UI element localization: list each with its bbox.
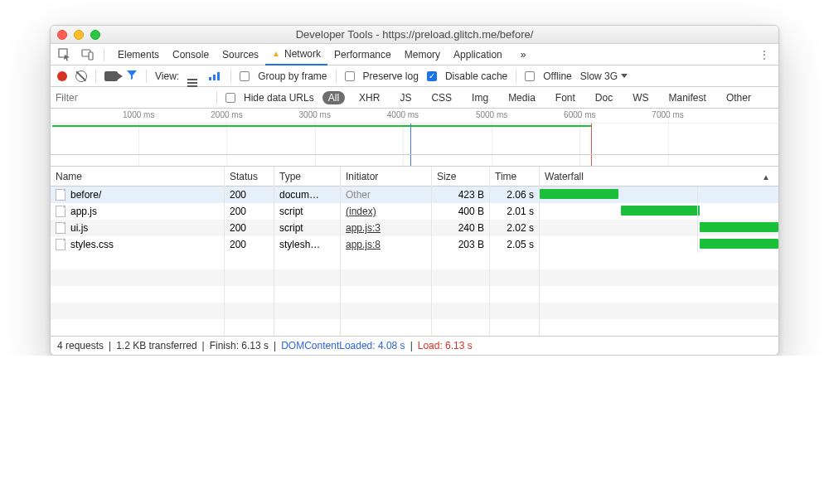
clear-button[interactable] bbox=[75, 70, 87, 82]
file-icon bbox=[56, 239, 65, 250]
status-requests: 4 requests bbox=[57, 340, 104, 351]
col-header-status[interactable]: Status bbox=[225, 167, 274, 187]
titlebar: Developer Tools - https://preload.glitch… bbox=[51, 26, 778, 44]
disable-cache-label: Disable cache bbox=[445, 70, 507, 82]
request-type: script bbox=[274, 220, 341, 236]
devtools-window: Developer Tools - https://preload.glitch… bbox=[50, 25, 779, 356]
tab-performance[interactable]: Performance bbox=[327, 44, 398, 65]
col-header-type[interactable]: Type bbox=[274, 167, 341, 187]
file-icon bbox=[56, 206, 65, 217]
separator bbox=[336, 70, 337, 83]
tab-sources[interactable]: Sources bbox=[216, 44, 265, 65]
request-time: 2.06 s bbox=[490, 187, 540, 203]
col-header-size[interactable]: Size bbox=[432, 167, 490, 187]
request-time: 2.01 s bbox=[490, 203, 540, 220]
filter-type-manifest[interactable]: Manifest bbox=[663, 91, 712, 104]
filter-type-js[interactable]: JS bbox=[394, 91, 417, 104]
table-row[interactable]: styles.css200stylesh…app.js:8203 B2.05 s bbox=[51, 236, 778, 253]
tab-elements[interactable]: Elements bbox=[111, 44, 166, 65]
sort-ascending-icon: ▲ bbox=[762, 172, 770, 182]
filter-type-other[interactable]: Other bbox=[720, 91, 757, 104]
separator bbox=[516, 70, 516, 83]
filter-type-media[interactable]: Media bbox=[502, 91, 541, 104]
tab-label: Memory bbox=[405, 49, 440, 61]
requests-table: NameStatusTypeInitiatorSizeTimeWaterfall… bbox=[51, 167, 778, 337]
preserve-log-checkbox[interactable] bbox=[345, 71, 355, 81]
filter-type-doc[interactable]: Doc bbox=[589, 91, 618, 104]
filter-type-all[interactable]: All bbox=[322, 91, 345, 104]
group-by-frame-checkbox[interactable] bbox=[240, 71, 250, 81]
request-status: 200 bbox=[225, 203, 274, 220]
request-name: app.js bbox=[70, 206, 97, 217]
request-initiator: Other bbox=[346, 189, 371, 201]
screenshot-capture-icon[interactable] bbox=[104, 71, 118, 81]
request-time: 2.05 s bbox=[490, 236, 540, 253]
request-size: 400 B bbox=[432, 203, 490, 220]
request-type: stylesh… bbox=[274, 236, 341, 253]
col-header-time[interactable]: Time bbox=[490, 167, 540, 187]
tab-label: Network bbox=[284, 48, 321, 60]
filter-type-xhr[interactable]: XHR bbox=[353, 91, 385, 104]
filter-toggle-icon[interactable] bbox=[126, 69, 138, 83]
tab-memory[interactable]: Memory bbox=[398, 44, 447, 65]
disable-cache-checkbox[interactable]: ✓ bbox=[427, 71, 437, 81]
request-type: docum… bbox=[274, 187, 341, 203]
filter-type-font[interactable]: Font bbox=[550, 91, 581, 104]
request-name: ui.js bbox=[70, 222, 88, 234]
timeline-tick: 6000 ms bbox=[564, 110, 595, 119]
throttling-select[interactable]: Slow 3G bbox=[580, 70, 628, 82]
svg-rect-2 bbox=[89, 52, 93, 60]
request-initiator[interactable]: (index) bbox=[346, 206, 376, 217]
col-header-initiator[interactable]: Initiator bbox=[341, 167, 432, 187]
device-toggle-icon[interactable] bbox=[79, 46, 97, 64]
filter-type-ws[interactable]: WS bbox=[627, 91, 654, 104]
hide-data-urls-checkbox[interactable] bbox=[225, 93, 235, 103]
request-waterfall bbox=[540, 236, 778, 253]
timeline-overview[interactable]: 1000 ms2000 ms3000 ms4000 ms5000 ms6000 … bbox=[51, 109, 778, 167]
table-empty-area bbox=[51, 253, 778, 336]
offline-checkbox[interactable] bbox=[525, 71, 535, 81]
tab-label: Sources bbox=[222, 49, 259, 61]
filter-type-css[interactable]: CSS bbox=[425, 91, 458, 104]
separator bbox=[146, 70, 147, 83]
col-header-name[interactable]: Name bbox=[51, 167, 225, 187]
request-status: 200 bbox=[225, 220, 274, 236]
file-icon bbox=[56, 189, 65, 201]
network-toolbar: View: Group by frame Preserve log ✓ Disa… bbox=[51, 65, 778, 87]
request-time: 2.02 s bbox=[490, 220, 540, 236]
record-button[interactable] bbox=[57, 71, 67, 81]
tab-console[interactable]: Console bbox=[166, 44, 216, 65]
kebab-menu-icon[interactable]: ⋮ bbox=[755, 46, 773, 64]
tab-label: Application bbox=[453, 49, 502, 61]
request-initiator[interactable]: app.js:8 bbox=[346, 239, 381, 250]
offline-label: Offline bbox=[543, 70, 571, 82]
view-label: View: bbox=[155, 70, 179, 82]
preserve-log-label: Preserve log bbox=[363, 70, 419, 82]
filter-type-img[interactable]: Img bbox=[466, 91, 494, 104]
timeline-tick: 4000 ms bbox=[387, 110, 419, 119]
tab-network[interactable]: ▲Network bbox=[265, 44, 327, 65]
tab-label: Performance bbox=[334, 49, 391, 61]
request-waterfall bbox=[540, 203, 778, 220]
tab-application[interactable]: Application bbox=[447, 44, 509, 65]
separator bbox=[104, 48, 104, 61]
dcl-marker bbox=[410, 124, 411, 166]
status-load: Load: 6.13 s bbox=[418, 340, 473, 351]
waterfall-view-icon[interactable] bbox=[209, 71, 222, 81]
filter-input[interactable] bbox=[51, 88, 208, 108]
request-initiator[interactable]: app.js:3 bbox=[346, 222, 381, 234]
table-row[interactable]: before/200docum…Other423 B2.06 s bbox=[51, 187, 778, 203]
timeline-activity-band bbox=[52, 125, 592, 127]
status-bar: 4 requests | 1.2 KB transferred | Finish… bbox=[51, 337, 778, 355]
large-rows-icon[interactable] bbox=[187, 71, 201, 81]
inspect-element-icon[interactable] bbox=[56, 46, 74, 64]
timeline-tick: 2000 ms bbox=[211, 110, 242, 119]
timeline-tick: 1000 ms bbox=[123, 110, 154, 119]
request-size: 203 B bbox=[432, 236, 490, 253]
table-row[interactable]: ui.js200scriptapp.js:3240 B2.02 s bbox=[51, 220, 778, 236]
tab-overflow[interactable]: » bbox=[514, 44, 533, 65]
col-header-waterfall[interactable]: Waterfall▲ bbox=[540, 167, 778, 187]
separator bbox=[95, 70, 96, 83]
table-row[interactable]: app.js200script(index)400 B2.01 s bbox=[51, 203, 778, 220]
load-marker bbox=[591, 124, 592, 166]
